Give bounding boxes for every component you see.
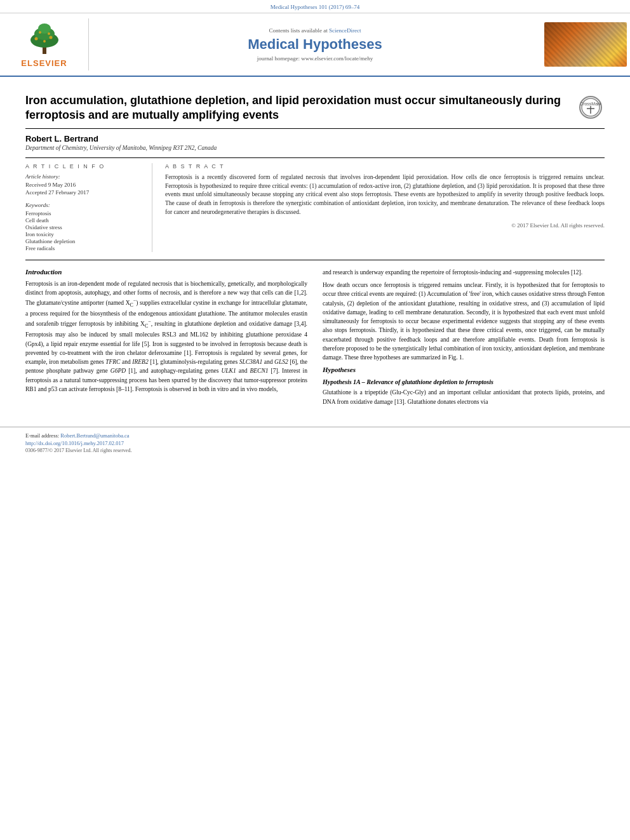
- crossmark-circle: CrossMark: [579, 96, 602, 119]
- hypothesis-1a-title: Hypothesis 1A – Relevance of glutathione…: [323, 378, 605, 385]
- crossmark-icon: CrossMark: [580, 97, 601, 117]
- footer-doi[interactable]: http://dx.doi.org/10.1016/j.mehy.2017.02…: [25, 440, 605, 446]
- header-decorative-image: [541, 18, 630, 70]
- svg-point-7: [43, 40, 46, 43]
- article-title: Iron accumulation, glutathione depletion…: [25, 93, 579, 123]
- footer-email-line: E-mail address: Robert.Bertrand@umanitob…: [25, 432, 605, 439]
- info-abstract-columns: A R T I C L E I N F O Article history: R…: [25, 157, 605, 252]
- keyword-4: Iron toxicity: [25, 231, 144, 237]
- journal-header: ELSEVIER Contents lists available at Sci…: [0, 13, 630, 77]
- keyword-1: Ferroptosis: [25, 210, 144, 217]
- gene-gls2: GLS2: [274, 359, 288, 365]
- sciencedirect-link[interactable]: ScienceDirect: [329, 27, 361, 34]
- crossmark-badge: CrossMark: [579, 96, 605, 121]
- svg-point-8: [39, 31, 41, 34]
- copyright-line: © 2017 Elsevier Ltd. All rights reserved…: [165, 222, 605, 229]
- hypothesis-1a-text: Glutathione is a tripeptide (Glu-Cyc-Gly…: [323, 388, 605, 406]
- abstract-column: A B S T R A C T Ferroptosis is a recentl…: [165, 163, 605, 252]
- introduction-title: Introduction: [25, 268, 307, 276]
- journal-reference-text: Medical Hypotheses 101 (2017) 69–74: [271, 4, 359, 10]
- superscript-minus2: −: [148, 319, 151, 324]
- contents-available-line: Contents lists available at ScienceDirec…: [269, 27, 361, 34]
- keyword-5: Glutathione depletion: [25, 238, 144, 244]
- body-left-col: Introduction Ferroptosis is an iron-depe…: [25, 268, 307, 410]
- article-history-label: Article history:: [25, 173, 144, 180]
- elsevier-tree-icon: [16, 21, 73, 56]
- gene-slc38a1: SLC38A1: [239, 359, 262, 365]
- svg-point-6: [49, 36, 52, 39]
- article-info-header: A R T I C L E I N F O: [25, 163, 144, 170]
- article-title-section: Iron accumulation, glutathione depletion…: [25, 87, 605, 129]
- footer-issn: 0306-9877/© 2017 Elsevier Ltd. All right…: [25, 448, 605, 453]
- svg-point-9: [48, 32, 50, 35]
- gene-becn1: BECN1: [250, 368, 269, 374]
- svg-text:CrossMark: CrossMark: [580, 102, 601, 106]
- content-divider: [25, 260, 605, 260]
- accepted-date: Accepted 27 February 2017: [25, 189, 144, 196]
- keyword-3: Oxidative stress: [25, 224, 144, 230]
- author-name: Robert L. Bertrand: [25, 134, 605, 143]
- journal-reference-bar: Medical Hypotheses 101 (2017) 69–74: [0, 0, 630, 13]
- page: Medical Hypotheses 101 (2017) 69–74: [0, 0, 630, 840]
- intro-paragraph-3: How death occurs once ferroptosis is tri…: [323, 281, 605, 362]
- superscript-minus: −: [133, 298, 136, 303]
- abstract-header: A B S T R A C T: [165, 163, 605, 170]
- abstract-text: Ferroptosis is a recently discovered for…: [165, 173, 605, 217]
- keywords-label: Keywords:: [25, 202, 144, 208]
- page-footer: E-mail address: Robert.Bertrand@umanitob…: [0, 427, 630, 457]
- gene-tfrc: TFRC: [105, 359, 120, 365]
- body-right-col: and research is underway expanding the r…: [323, 268, 605, 410]
- keywords-section: Keywords: Ferroptosis Cell death Oxidati…: [25, 202, 144, 251]
- email-label: E-mail address:: [25, 432, 59, 439]
- svg-point-5: [34, 37, 37, 41]
- keyword-6: Free radicals: [25, 245, 144, 251]
- hypotheses-title: Hypotheses: [323, 366, 605, 373]
- header-image-placeholder: [544, 22, 627, 67]
- elsevier-logo-section: ELSEVIER: [0, 18, 89, 70]
- article-info-column: A R T I C L E I N F O Article history: R…: [25, 163, 152, 252]
- body-columns: Introduction Ferroptosis is an iron-depe…: [25, 268, 605, 410]
- author-email-link[interactable]: Robert.Bertrand@umanitoba.ca: [60, 432, 129, 439]
- journal-title-text: Medical Hypotheses: [248, 36, 382, 53]
- keyword-2: Cell death: [25, 217, 144, 223]
- intro-paragraph-1: Ferroptosis is an iron-dependent mode of…: [25, 279, 307, 394]
- journal-homepage-text: journal homepage: www.elsevier.com/locat…: [257, 55, 373, 62]
- main-content: Iron accumulation, glutathione depletion…: [0, 77, 630, 420]
- elsevier-brand-text: ELSEVIER: [21, 58, 67, 68]
- intro-paragraph-2: and research is underway expanding the r…: [323, 268, 605, 277]
- author-affiliation: Department of Chemistry, University of M…: [25, 145, 605, 151]
- header-center: Contents lists available at ScienceDirec…: [89, 18, 541, 70]
- received-date: Received 9 May 2016: [25, 182, 144, 188]
- gene-ulk1: ULK1: [221, 368, 236, 374]
- gene-ireb2: IREB2: [132, 359, 148, 365]
- gene-g6pd: G6PD: [111, 368, 126, 374]
